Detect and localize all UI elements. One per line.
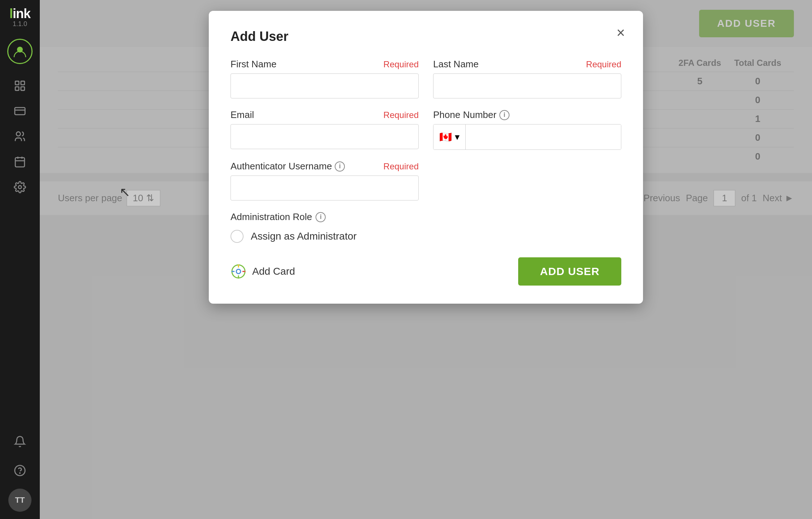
- add-card-label: Add Card: [252, 266, 295, 277]
- country-flag: 🇨🇦: [439, 131, 452, 143]
- phone-group: Phone Number i 🇨🇦 ▾: [433, 109, 621, 150]
- phone-label: Phone Number: [433, 109, 496, 121]
- email-label: Email: [231, 109, 254, 121]
- avatar[interactable]: [7, 39, 33, 64]
- svg-point-16: [236, 269, 241, 274]
- admin-role-label: Administration Role: [231, 211, 312, 223]
- phone-label-row: Phone Number i: [433, 109, 621, 121]
- phone-label-info: Phone Number i: [433, 109, 509, 121]
- last-name-label-row: Last Name Required: [433, 59, 621, 70]
- logo-version: 1.1.0: [13, 20, 27, 28]
- add-card-icon: [231, 263, 246, 279]
- email-group: Email Required: [231, 109, 419, 150]
- auth-username-group: Authenticator Username i Required: [231, 161, 419, 201]
- logo-rest: ink: [13, 6, 30, 21]
- form-row-auth: Authenticator Username i Required: [231, 161, 621, 201]
- add-user-modal-button[interactable]: ADD USER: [518, 257, 621, 286]
- first-name-required: Required: [384, 59, 419, 69]
- logo-dot: l: [9, 6, 13, 21]
- last-name-input[interactable]: [433, 73, 621, 98]
- main-content: ADD USER 2FA Cards Total Cards 5 0 0 1 0…: [40, 0, 812, 519]
- modal-overlay: Add User × First Name Required Last Name…: [40, 0, 812, 519]
- modal-title: Add User: [231, 29, 621, 44]
- phone-input[interactable]: [466, 125, 621, 149]
- svg-point-7: [16, 132, 20, 136]
- phone-field: 🇨🇦 ▾: [433, 124, 621, 150]
- email-label-row: Email Required: [231, 109, 419, 121]
- first-name-label: First Name: [231, 59, 276, 70]
- email-input[interactable]: [231, 124, 419, 149]
- phone-country-dropdown[interactable]: 🇨🇦 ▾: [434, 125, 466, 149]
- svg-rect-2: [21, 81, 25, 85]
- first-name-input[interactable]: [231, 73, 419, 98]
- form-row-contact: Email Required Phone Number i 🇨🇦: [231, 109, 621, 150]
- svg-point-12: [18, 186, 22, 189]
- admin-role-info-icon[interactable]: i: [316, 212, 326, 222]
- assign-admin-label: Assign as Administrator: [251, 231, 357, 242]
- form-row-names: First Name Required Last Name Required: [231, 59, 621, 98]
- auth-username-label: Authenticator Username: [231, 161, 332, 172]
- placeholder-group: [433, 161, 621, 201]
- sidebar-item-notifications[interactable]: [9, 431, 31, 452]
- svg-rect-4: [21, 87, 25, 90]
- phone-info-icon[interactable]: i: [499, 110, 509, 120]
- admin-role-section: Administration Role i: [231, 211, 621, 223]
- auth-username-input[interactable]: [231, 176, 419, 201]
- auth-info-icon[interactable]: i: [335, 161, 345, 172]
- add-user-modal: Add User × First Name Required Last Name…: [209, 11, 643, 304]
- sidebar-item-dashboard[interactable]: [9, 75, 31, 97]
- sidebar: link 1.1.0: [0, 0, 40, 519]
- svg-rect-5: [15, 107, 25, 115]
- svg-rect-1: [15, 81, 19, 85]
- assign-admin-radio[interactable]: [231, 230, 244, 243]
- auth-required: Required: [384, 161, 419, 172]
- add-card-row: Add Card: [231, 263, 295, 279]
- last-name-label: Last Name: [433, 59, 479, 70]
- first-name-group: First Name Required: [231, 59, 419, 98]
- logo-area: link 1.1.0: [9, 7, 30, 28]
- email-required: Required: [384, 110, 419, 120]
- user-profile-badge[interactable]: TT: [8, 489, 31, 512]
- svg-rect-3: [15, 87, 19, 90]
- modal-footer: Add Card ADD USER: [231, 257, 621, 286]
- sidebar-item-help[interactable]: [9, 460, 31, 481]
- last-name-group: Last Name Required: [433, 59, 621, 98]
- sidebar-item-cards[interactable]: [9, 100, 31, 122]
- auth-label-info: Authenticator Username i: [231, 161, 345, 172]
- last-name-required: Required: [586, 59, 621, 69]
- sidebar-item-calendar[interactable]: [9, 151, 31, 173]
- sidebar-item-settings[interactable]: [9, 176, 31, 198]
- dropdown-arrow: ▾: [455, 131, 460, 143]
- svg-rect-8: [15, 158, 25, 167]
- auth-label-row: Authenticator Username i Required: [231, 161, 419, 172]
- cursor: ↖: [119, 185, 130, 200]
- first-name-label-row: First Name Required: [231, 59, 419, 70]
- sidebar-item-users[interactable]: [9, 126, 31, 147]
- modal-close-button[interactable]: ×: [617, 25, 625, 40]
- logo-text: link: [9, 7, 30, 20]
- assign-admin-row: Assign as Administrator: [231, 230, 621, 243]
